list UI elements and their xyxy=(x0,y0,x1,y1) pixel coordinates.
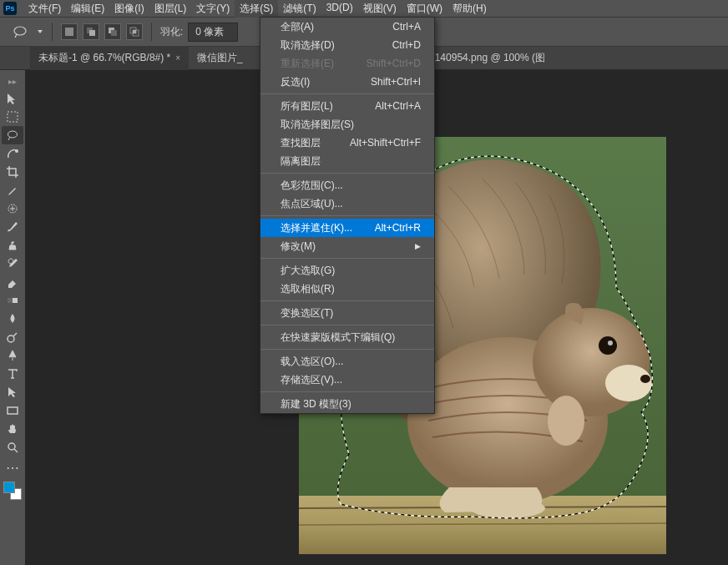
svg-rect-8 xyxy=(133,30,136,33)
hand-tool[interactable] xyxy=(2,420,23,438)
menu-item-label: 反选(I) xyxy=(281,75,310,89)
selection-intersect-icon[interactable] xyxy=(126,23,143,40)
menu-separator xyxy=(260,93,434,94)
menu-item-label: 焦点区域(U)... xyxy=(281,197,343,211)
active-tool-indicator[interactable] xyxy=(8,22,32,42)
menu-item[interactable]: 新建 3D 模型(3) xyxy=(260,395,434,413)
menu-item-shortcut: Alt+Shift+Ctrl+F xyxy=(350,137,421,149)
feather-input[interactable]: 0 像素 xyxy=(188,23,238,42)
menu-item[interactable]: 所有图层(L)Alt+Ctrl+A xyxy=(260,97,434,115)
menu-item-shortcut: Shift+Ctrl+I xyxy=(371,76,421,88)
selection-subtract-icon[interactable] xyxy=(104,23,121,40)
menu-8[interactable]: 视图(V) xyxy=(358,0,402,18)
menu-item[interactable]: 取消选择(D)Ctrl+D xyxy=(260,36,434,54)
menu-item[interactable]: 查找图层Alt+Shift+Ctrl+F xyxy=(260,134,434,152)
menu-item[interactable]: 反选(I)Shift+Ctrl+I xyxy=(260,73,434,91)
menu-item-label: 隔离图层 xyxy=(281,154,321,169)
menu-10[interactable]: 帮助(H) xyxy=(447,0,492,18)
svg-point-10 xyxy=(8,131,18,138)
menu-item-label: 选择并遮住(K)... xyxy=(281,221,352,235)
menu-item-label: 载入选区(O)... xyxy=(281,355,343,369)
edit-toolbar-icon[interactable]: ⋯ xyxy=(2,458,23,477)
color-swatch[interactable] xyxy=(3,482,22,500)
menu-item[interactable]: 色彩范围(C)... xyxy=(260,176,434,194)
blur-tool[interactable] xyxy=(2,310,23,328)
menu-item[interactable]: 全部(A)Ctrl+A xyxy=(260,18,434,36)
selection-new-icon[interactable] xyxy=(61,23,78,40)
menu-item[interactable]: 载入选区(O)... xyxy=(260,352,434,371)
menu-5[interactable]: 选择(S) xyxy=(235,0,278,18)
svg-point-24 xyxy=(605,365,652,401)
zoom-tool[interactable] xyxy=(2,438,23,457)
crop-tool[interactable] xyxy=(2,163,23,181)
tab-label: 未标题-1 @ 66.7%(RGB/8#) * xyxy=(38,51,170,65)
gradient-tool[interactable] xyxy=(2,291,23,310)
menu-item[interactable]: 隔离图层 xyxy=(260,152,434,170)
svg-point-28 xyxy=(548,396,584,446)
menu-1[interactable]: 编辑(E) xyxy=(66,0,109,18)
menu-separator xyxy=(260,300,434,301)
expand-tools-icon[interactable]: ▸▸ xyxy=(8,75,17,88)
type-tool[interactable] xyxy=(2,365,23,383)
menu-2[interactable]: 图像(I) xyxy=(109,0,149,18)
menu-3[interactable]: 图层(L) xyxy=(149,0,192,18)
menu-item[interactable]: 在快速蒙版模式下编辑(Q) xyxy=(260,328,434,346)
svg-rect-3 xyxy=(89,30,95,36)
menu-7[interactable]: 3D(D) xyxy=(321,0,358,18)
menu-item[interactable]: 存储选区(V)... xyxy=(260,371,434,389)
brush-selection-tool[interactable] xyxy=(2,144,23,163)
menu-item-label: 重新选择(E) xyxy=(281,57,334,71)
menubar: Ps 文件(F)编辑(E)图像(I)图层(L)文字(Y)选择(S)滤镜(T)3D… xyxy=(0,0,728,17)
menu-item[interactable]: 修改(M)▶ xyxy=(260,237,434,255)
menu-0[interactable]: 文件(F) xyxy=(23,0,66,18)
document-tab-0[interactable]: 未标题-1 @ 66.7%(RGB/8#) *× xyxy=(30,46,189,70)
patch-tool[interactable] xyxy=(2,199,23,218)
menu-item-label: 存储选区(V)... xyxy=(281,373,342,387)
menu-item-label: 取消选择图层(S) xyxy=(281,118,354,132)
menu-item-label: 新建 3D 模型(3) xyxy=(281,397,351,411)
history-brush-tool[interactable] xyxy=(2,255,23,273)
brush-tool[interactable] xyxy=(2,218,23,236)
menu-item-shortcut: Alt+Ctrl+R xyxy=(375,222,421,234)
menu-4[interactable]: 文字(Y) xyxy=(191,0,235,18)
menu-separator xyxy=(260,391,434,392)
menu-item[interactable]: 取消选择图层(S) xyxy=(260,115,434,134)
svg-point-27 xyxy=(608,341,613,346)
menu-item-label: 取消选择(D) xyxy=(281,38,335,53)
menu-item-label: 选取相似(R) xyxy=(281,282,335,296)
clone-stamp-tool[interactable] xyxy=(2,236,23,255)
menu-item[interactable]: 选择并遮住(K)...Alt+Ctrl+R xyxy=(260,219,434,237)
svg-point-25 xyxy=(640,375,650,383)
menu-item[interactable]: 焦点区域(U)... xyxy=(260,194,434,213)
menu-item-shortcut: Alt+Ctrl+A xyxy=(375,100,421,112)
menu-item-label: 在快速蒙版模式下编辑(Q) xyxy=(281,330,395,345)
path-selection-tool[interactable] xyxy=(2,383,23,401)
menu-6[interactable]: 滤镜(T) xyxy=(278,0,321,18)
marquee-tool[interactable] xyxy=(2,108,23,126)
move-tool[interactable] xyxy=(2,89,23,108)
svg-point-17 xyxy=(8,443,15,450)
eraser-tool[interactable] xyxy=(2,273,23,291)
menu-item-label: 修改(M) xyxy=(281,240,316,254)
document-tab-1[interactable]: 微信图片_ xyxy=(189,46,251,70)
menu-separator xyxy=(260,325,434,325)
menu-item-shortcut: Ctrl+D xyxy=(392,39,421,51)
dropdown-arrow-icon[interactable] xyxy=(37,28,43,35)
eyedropper-tool[interactable] xyxy=(2,181,23,199)
svg-point-15 xyxy=(8,335,14,342)
menu-9[interactable]: 窗口(W) xyxy=(402,0,447,18)
menu-item-shortcut: Ctrl+A xyxy=(392,21,421,33)
selection-add-icon[interactable] xyxy=(83,23,99,40)
pen-tool[interactable] xyxy=(2,346,23,365)
menu-item[interactable]: 选取相似(R) xyxy=(260,280,434,298)
menu-item-label: 所有图层(L) xyxy=(281,99,333,114)
lasso-tool[interactable] xyxy=(2,126,23,144)
menu-item-label: 扩大选取(G) xyxy=(281,264,335,278)
menu-item[interactable]: 变换选区(T) xyxy=(260,304,434,322)
menu-item[interactable]: 扩大选取(G) xyxy=(260,261,434,280)
foreground-color[interactable] xyxy=(3,482,15,493)
tab-close-icon[interactable]: × xyxy=(175,53,180,63)
dodge-tool[interactable] xyxy=(2,328,23,346)
svg-point-0 xyxy=(14,27,26,35)
rectangle-tool[interactable] xyxy=(2,401,23,420)
